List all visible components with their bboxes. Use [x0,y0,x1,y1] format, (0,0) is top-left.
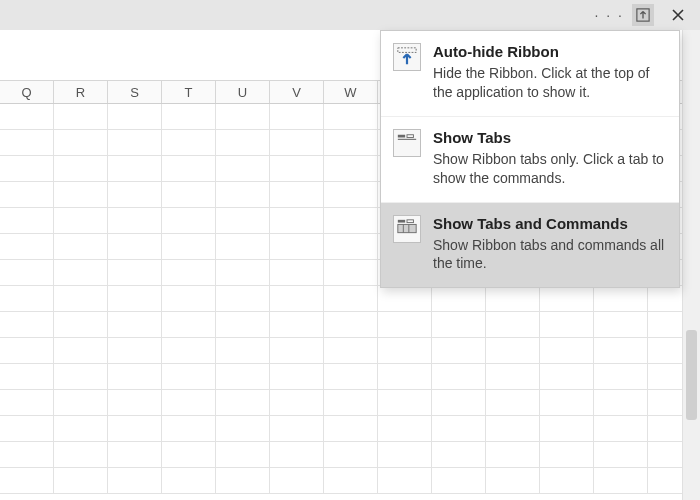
cell[interactable] [324,260,378,286]
cell[interactable] [162,234,216,260]
cell[interactable] [216,130,270,156]
cell[interactable] [324,234,378,260]
menu-item-show-tabs-and-commands[interactable]: Show Tabs and Commands Show Ribbon tabs … [381,203,679,288]
cell[interactable] [432,364,486,390]
cell[interactable] [0,208,54,234]
cell[interactable] [0,442,54,468]
window-close-button[interactable] [662,0,694,30]
column-header[interactable]: U [216,80,270,103]
cell[interactable] [54,442,108,468]
cell[interactable] [378,312,432,338]
cell[interactable] [432,286,486,312]
column-header[interactable]: R [54,80,108,103]
cell[interactable] [540,390,594,416]
cell[interactable] [54,338,108,364]
cell[interactable] [0,312,54,338]
cell[interactable] [324,442,378,468]
cell[interactable] [0,364,54,390]
cell[interactable] [54,416,108,442]
cell[interactable] [162,338,216,364]
cell[interactable] [216,208,270,234]
cell[interactable] [0,286,54,312]
cell[interactable] [108,130,162,156]
cell[interactable] [432,338,486,364]
cell[interactable] [324,338,378,364]
cell[interactable] [324,286,378,312]
cell[interactable] [216,312,270,338]
cell[interactable] [540,468,594,494]
cell[interactable] [540,312,594,338]
cell[interactable] [540,416,594,442]
cell[interactable] [108,390,162,416]
cell[interactable] [486,286,540,312]
cell[interactable] [54,364,108,390]
cell[interactable] [324,312,378,338]
cell[interactable] [216,260,270,286]
cell[interactable] [594,442,648,468]
cell[interactable] [216,416,270,442]
cell[interactable] [270,468,324,494]
cell[interactable] [108,208,162,234]
cell[interactable] [108,286,162,312]
cell[interactable] [432,468,486,494]
cell[interactable] [0,182,54,208]
cell[interactable] [432,312,486,338]
cell[interactable] [270,364,324,390]
cell[interactable] [540,286,594,312]
cell[interactable] [378,338,432,364]
cell[interactable] [216,234,270,260]
cell[interactable] [270,442,324,468]
cell[interactable] [162,130,216,156]
cell[interactable] [270,104,324,130]
cell[interactable] [162,416,216,442]
cell[interactable] [216,156,270,182]
cell[interactable] [162,104,216,130]
column-header[interactable]: W [324,80,378,103]
cell[interactable] [216,338,270,364]
menu-item-auto-hide-ribbon[interactable]: Auto-hide Ribbon Hide the Ribbon. Click … [381,31,679,117]
cell[interactable] [486,312,540,338]
cell[interactable] [108,364,162,390]
cell[interactable] [162,442,216,468]
cell[interactable] [324,208,378,234]
cell[interactable] [162,468,216,494]
cell[interactable] [216,182,270,208]
cell[interactable] [216,468,270,494]
cell[interactable] [54,208,108,234]
cell[interactable] [594,286,648,312]
cell[interactable] [162,260,216,286]
cell[interactable] [432,416,486,442]
cell[interactable] [540,364,594,390]
cell[interactable] [324,390,378,416]
column-header[interactable]: T [162,80,216,103]
cell[interactable] [378,390,432,416]
cell[interactable] [54,312,108,338]
cell[interactable] [108,182,162,208]
cell[interactable] [162,156,216,182]
cell[interactable] [162,182,216,208]
cell[interactable] [378,364,432,390]
cell[interactable] [54,286,108,312]
cell[interactable] [108,442,162,468]
cell[interactable] [270,182,324,208]
cell[interactable] [54,130,108,156]
cell[interactable] [486,442,540,468]
cell[interactable] [108,260,162,286]
cell[interactable] [594,312,648,338]
cell[interactable] [378,442,432,468]
cell[interactable] [0,390,54,416]
cell[interactable] [432,390,486,416]
cell[interactable] [216,364,270,390]
cell[interactable] [594,364,648,390]
cell[interactable] [540,442,594,468]
cell[interactable] [54,182,108,208]
cell[interactable] [270,156,324,182]
ribbon-display-options-button[interactable] [632,4,654,26]
cell[interactable] [162,390,216,416]
cell[interactable] [108,416,162,442]
cell[interactable] [108,468,162,494]
cell[interactable] [216,286,270,312]
cell[interactable] [324,182,378,208]
cell[interactable] [432,442,486,468]
cell[interactable] [594,338,648,364]
